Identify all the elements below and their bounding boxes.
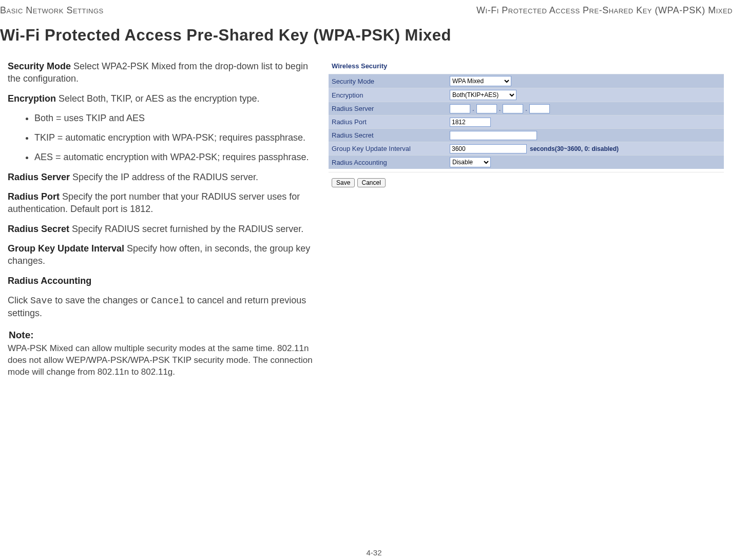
cancel-word: Cancel	[151, 296, 184, 306]
row-label-security-mode: Security Mode	[329, 74, 447, 88]
radius-ip-octet-2[interactable]	[476, 104, 497, 113]
header-right: Wi-Fi Protected Access Pre-Shared Key (W…	[476, 5, 733, 16]
row-label-radius-server: Radius Server	[329, 102, 447, 115]
list-item: AES = automatic encryption with WPA2-PSK…	[34, 151, 313, 163]
click-text-prefix: Click	[8, 295, 30, 305]
row-label-radius-accounting: Radius Accounting	[329, 156, 447, 169]
panel-title: Wireless Security	[329, 60, 724, 74]
radius-secret-input[interactable]	[450, 131, 537, 140]
row-label-radius-secret: Radius Secret	[329, 129, 447, 142]
ip-dot: .	[499, 105, 501, 112]
header-left: Basic Network Settings	[0, 5, 104, 16]
gkui-label: Group Key Update Interval	[8, 243, 124, 254]
row-label-radius-port: Radius Port	[329, 115, 447, 129]
encryption-label: Encryption	[8, 93, 56, 104]
radius-ip-octet-3[interactable]	[503, 104, 523, 113]
list-item: TKIP = automatic encryption with WPA-PSK…	[34, 131, 313, 144]
wireless-security-panel: Wireless Security Security Mode WPA Mixe…	[329, 60, 724, 187]
description-column: Security Mode Select WPA2-PSK Mixed from…	[0, 60, 313, 378]
cancel-button[interactable]: Cancel	[357, 178, 386, 187]
radius-secret-label: Radius Secret	[8, 224, 69, 234]
radius-accounting-select[interactable]: Disable	[450, 157, 491, 167]
row-label-encryption: Encryption	[329, 88, 447, 102]
page-number: 4-32	[0, 548, 748, 557]
radius-accounting-label: Radius Accounting	[8, 276, 91, 286]
radius-ip-octet-1[interactable]	[450, 104, 470, 113]
gkui-hint: seconds(30~3600, 0: disabled)	[530, 145, 619, 152]
ip-dot: .	[525, 105, 527, 112]
encryption-select[interactable]: Both(TKIP+AES)	[450, 90, 516, 100]
radius-ip-octet-4[interactable]	[529, 104, 550, 113]
list-item: Both = uses TKIP and AES	[34, 112, 313, 124]
note-heading: Note:	[9, 329, 313, 342]
radius-server-text: Specify the IP address of the RADIUS ser…	[70, 172, 258, 182]
security-mode-label: Security Mode	[8, 61, 71, 71]
security-mode-select[interactable]: WPA Mixed	[450, 76, 511, 86]
encryption-text: Select Both, TKIP, or AES as the encrypt…	[56, 93, 260, 104]
page-title: Wi-Fi Protected Access Pre-Shared Key (W…	[0, 26, 733, 45]
radius-server-label: Radius Server	[8, 172, 70, 182]
radius-port-label: Radius Port	[8, 191, 60, 202]
click-text-mid: to save the changes or	[52, 295, 151, 305]
note-body: WPA-PSK Mixed can allow multiple securit…	[8, 343, 313, 378]
radius-port-input[interactable]	[450, 118, 491, 127]
row-label-gkui: Group Key Update Interval	[329, 142, 447, 156]
radius-secret-text: Specify RADIUS secret furnished by the R…	[69, 224, 303, 234]
save-button[interactable]: Save	[332, 178, 355, 187]
save-word: Save	[30, 296, 52, 306]
gkui-input[interactable]	[450, 144, 527, 153]
ip-dot: .	[472, 105, 474, 112]
encryption-bullets: Both = uses TKIP and AES TKIP = automati…	[34, 112, 313, 164]
